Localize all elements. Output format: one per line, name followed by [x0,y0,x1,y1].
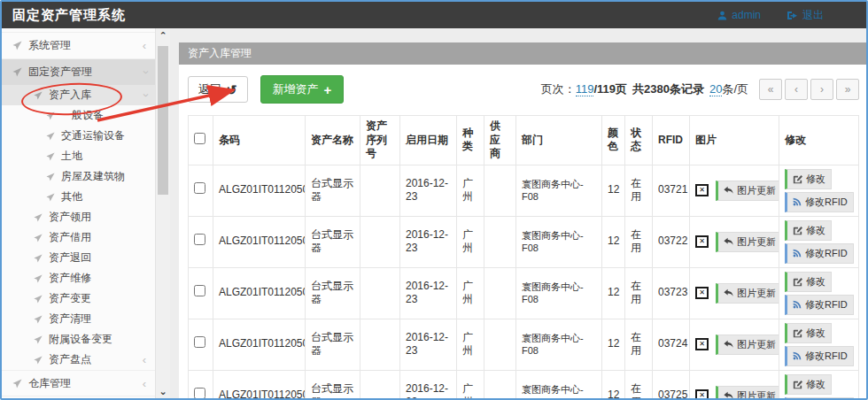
rfid-signal-icon [793,351,802,360]
row-checkbox[interactable] [194,234,205,245]
col-type: 种类 [457,116,484,165]
edit-button[interactable]: 修改 [785,323,832,343]
select-all-cell [189,116,213,165]
sidebar-item-asset-inventory[interactable]: 资产盘点 ‹ [2,350,155,370]
user-account-link[interactable]: admin [717,9,761,21]
row-checkbox[interactable] [194,388,205,399]
logout-link[interactable]: 退出 [787,8,824,23]
row-checkbox[interactable] [194,182,205,194]
edit-rfid-button[interactable]: 修改RFID [785,192,854,212]
sidebar-item-asset-return[interactable]: 资产退回 [2,248,155,268]
sidebar-item-warehouse-management[interactable]: 仓库管理 ‹ [2,370,155,396]
back-button-label: 返回 [198,81,221,97]
edit-button[interactable]: 修改 [785,169,832,189]
prev-page-button[interactable]: ‹ [785,79,808,100]
pagination: 页次： 119 /119页 共2380条记录 20 条/页 « ‹ › » [541,79,859,100]
sidebar-item-land[interactable]: 土地 [2,146,155,166]
sidebar-item-label: 资产变更 [49,291,91,306]
scroll-up-icon[interactable]: ⌃ [156,28,170,42]
sidebar-item-label: 其他 [61,189,82,204]
cell-type: 广州 [457,267,484,319]
sidebar-item-asset-cleanup[interactable]: 资产清理 [2,309,155,329]
cell-serial [360,319,400,370]
edit-rfid-button[interactable]: 修改RFID [785,243,854,264]
sidebar-item-label: 资产入库 [49,88,91,103]
app-title: 固定资产管理系统 [2,7,126,24]
picture-update-button[interactable]: 图片更新 [716,386,779,400]
cell-type: 广州 [457,216,484,267]
cell-type: 广州 [457,319,484,370]
edit-rfid-button[interactable]: 修改RFID [785,346,854,366]
edit-button[interactable]: 修改 [785,220,832,241]
sidebar-item-asset-change[interactable]: 资产变更 [2,288,155,309]
edit-rfid-button[interactable]: 修改RFID [785,295,854,315]
sidebar-item-label: 资产盘点 [49,352,91,367]
pin-icon [34,356,43,365]
cell-department: 寰图商务中心-F08 [516,216,602,267]
col-supplier: 供应商 [484,116,516,165]
picture-update-button[interactable]: 图片更新 [716,335,779,355]
sidebar-item-label: 资产维修 [49,271,91,286]
sidebar-item-label: 资产领用 [49,210,91,225]
next-page-button[interactable]: › [810,79,833,100]
edit-icon [793,277,802,287]
picture-update-button[interactable]: 图片更新 [716,232,779,252]
pin-icon [34,295,43,304]
select-all-checkbox[interactable] [194,133,205,144]
col-rfid: RFID [653,116,690,165]
sidebar-item-asset-intake[interactable]: 资产入库 ‹ [2,85,155,105]
table-header-row: 条码 资产名称 资产序列号 启用日期 种类 供应商 部门 颜色 状态 RFID … [189,116,859,165]
sidebar-item-transport-equipment[interactable]: 交通运输设备 [2,126,155,146]
pin-icon [12,67,22,77]
cell-supplier [484,319,516,370]
topbar-actions: admin 退出 [717,8,866,23]
panel-content: 返回 ↺ 新增资产 + 页次： 119 /119页 共2380条记录 [179,65,866,400]
cell-barcode: ALGZ01IT0112050015 [213,216,306,267]
broken-image-icon: ✕ [695,235,709,248]
pin-icon [46,152,55,161]
sidebar-scrollbar[interactable]: ⌃ ⌄ [155,28,170,398]
sidebar-item-fixed-asset-management[interactable]: 固定资产管理 ‹ [2,58,155,85]
top-header-bar: 固定资产管理系统 admin 退出 [2,2,866,28]
per-page-count[interactable]: 20 [709,82,722,96]
picture-update-button[interactable]: 图片更新 [716,283,779,304]
broken-image-icon: ✕ [695,287,709,299]
sidebar-item-asset-borrowing[interactable]: 资产借用 [2,227,155,248]
sidebar-item-other[interactable]: 其他 [2,187,155,207]
cell-barcode: ALGZ01IT0112050014 [213,165,306,216]
cell-type: 广州 [457,165,484,216]
current-page[interactable]: 119 [576,82,594,96]
sidebar-item-system-management[interactable]: 系统管理 ‹ [2,32,155,58]
edit-button[interactable]: 修改 [785,272,832,292]
cell-date: 2016-12-23 [400,319,457,370]
row-checkbox[interactable] [194,336,205,348]
first-page-button[interactable]: « [759,79,782,100]
cell-asset-name: 台式显示器 [306,165,360,216]
cell-barcode: ALGZ01IT0112050017 [213,319,306,370]
sidebar-item-asset-requisition[interactable]: 资产领用 [2,207,155,227]
pin-icon [34,335,43,344]
sidebar-item-asset-repair[interactable]: 资产维修 [2,268,155,288]
sidebar-item-auxiliary-equipment-change[interactable]: 附属设备变更 [2,329,155,350]
picture-update-button[interactable]: 图片更新 [716,181,779,201]
scrollbar-thumb[interactable] [158,46,168,195]
pin-icon [34,274,43,283]
sidebar-item-label: 资产退回 [49,250,91,265]
back-button[interactable]: 返回 ↺ [188,76,248,103]
toolbar: 返回 ↺ 新增资产 + 页次： 119 /119页 共2380条记录 [188,75,859,104]
scroll-down-icon[interactable]: ⌄ [156,384,170,398]
edit-button[interactable]: 修改 [785,374,832,395]
row-checkbox[interactable] [194,285,205,296]
sidebar-item-label: 固定资产管理 [28,65,92,80]
cell-date: 2016-12-23 [400,216,457,267]
last-page-button[interactable]: » [836,79,859,100]
sidebar-item-buildings[interactable]: 房屋及建筑物 [2,166,155,187]
cell-status: 在用 [625,216,653,267]
sidebar: 系统管理 ‹ 固定资产管理 ‹ 资产入库 ‹ 一般设备 [2,28,170,398]
pagination-buttons: « ‹ › » [759,79,859,100]
add-asset-button[interactable]: 新增资产 + [260,75,345,104]
page-prefix: 页次： [541,81,576,97]
cell-status: 在用 [625,370,653,400]
sidebar-item-general-equipment[interactable]: 一般设备 [2,105,155,126]
cell-serial [360,216,400,267]
